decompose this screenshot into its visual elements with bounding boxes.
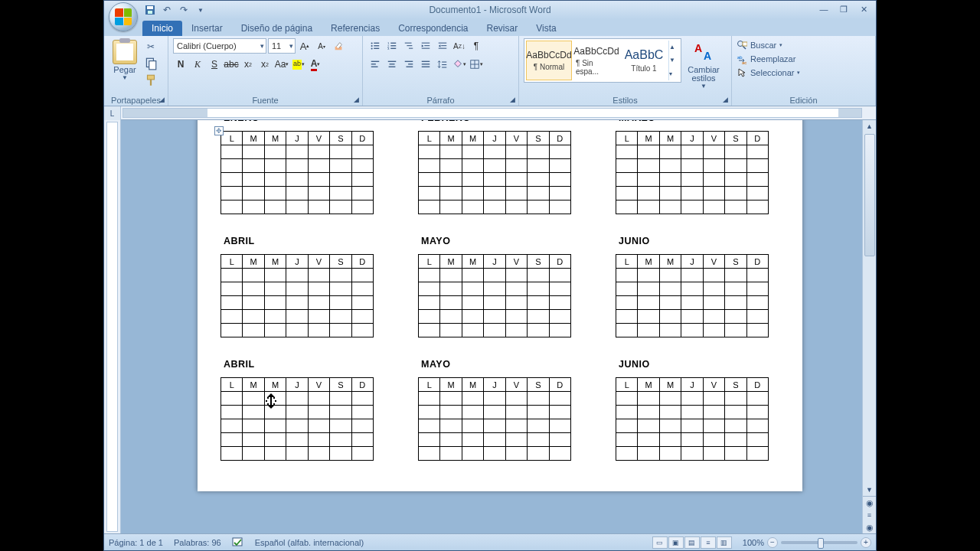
tab-inicio[interactable]: Inicio (142, 21, 182, 36)
calendar-cell[interactable] (462, 310, 483, 324)
calendar-cell[interactable] (221, 419, 243, 433)
calendar-cell[interactable] (264, 324, 286, 337)
calendar-cell[interactable] (308, 145, 329, 159)
calendar-cell[interactable] (462, 187, 483, 201)
bold-button[interactable]: N (173, 57, 188, 72)
prev-page-icon[interactable]: ◉ (863, 497, 876, 509)
calendar-cell[interactable] (746, 296, 768, 310)
calendar-cell[interactable] (616, 324, 638, 337)
calendar-cell[interactable] (484, 269, 505, 282)
calendar-cell[interactable] (419, 159, 440, 173)
calendar-cell[interactable] (330, 324, 351, 337)
calendar-cell[interactable] (264, 269, 286, 282)
calendar-cell[interactable] (681, 187, 703, 201)
close-button[interactable]: ✕ (856, 4, 871, 15)
tab-insertar[interactable]: Insertar (182, 21, 232, 36)
calendar-cell[interactable] (462, 324, 483, 337)
calendar-cell[interactable] (616, 433, 638, 447)
vertical-scrollbar[interactable]: ▲ ▼ ◉ ≡ ◉ (862, 120, 876, 533)
calendar-cell[interactable] (703, 392, 724, 406)
calendar-cell[interactable] (419, 406, 440, 419)
line-spacing-icon[interactable] (435, 57, 450, 72)
calendar-cell[interactable] (440, 269, 462, 282)
calendar-cell[interactable] (505, 433, 527, 447)
tab-revisar[interactable]: Revisar (478, 21, 528, 36)
calendar-cell[interactable] (549, 406, 570, 419)
calendar-table[interactable]: LMMJVSD (418, 377, 571, 461)
multilevel-icon[interactable] (401, 38, 416, 54)
calendar-cell[interactable] (549, 433, 570, 447)
calendar-cell[interactable] (221, 324, 243, 337)
calendar-cell[interactable] (440, 392, 462, 406)
calendar-cell[interactable] (703, 406, 724, 419)
calendar-cell[interactable] (308, 324, 329, 337)
calendar-cell[interactable] (351, 187, 373, 201)
full-screen-view[interactable]: ▣ (668, 536, 684, 549)
calendar-cell[interactable] (681, 296, 703, 310)
calendar-cell[interactable] (308, 419, 329, 433)
calendar-cell[interactable] (746, 159, 768, 173)
calendar-cell[interactable] (308, 269, 329, 282)
calendar-cell[interactable] (440, 187, 462, 201)
decrease-indent-icon[interactable] (418, 38, 433, 54)
calendar-cell[interactable] (549, 173, 570, 187)
calendar-cell[interactable] (528, 145, 549, 159)
calendar-cell[interactable] (264, 419, 286, 433)
calendar-cell[interactable] (659, 269, 681, 282)
paragraph-launcher[interactable]: ◢ (508, 95, 517, 104)
calendar-cell[interactable] (746, 187, 768, 201)
calendar-cell[interactable] (528, 406, 549, 419)
calendar-cell[interactable] (286, 296, 308, 310)
subscript-button[interactable]: x2 (240, 57, 256, 72)
next-page-icon[interactable]: ◉ (863, 521, 876, 533)
align-right-icon[interactable] (401, 57, 416, 72)
calendar-cell[interactable] (243, 269, 264, 282)
calendar-cell[interactable] (549, 419, 570, 433)
calendar-cell[interactable] (725, 159, 746, 173)
calendar-cell[interactable] (221, 173, 243, 187)
calendar-cell[interactable] (616, 159, 638, 173)
calendar-cell[interactable] (638, 282, 659, 296)
calendar-cell[interactable] (462, 282, 483, 296)
calendar-cell[interactable] (243, 406, 264, 419)
calendar-cell[interactable] (462, 269, 483, 282)
calendar-cell[interactable] (419, 324, 440, 337)
calendar-cell[interactable] (330, 419, 351, 433)
calendar-cell[interactable] (681, 324, 703, 337)
calendar-cell[interactable] (505, 173, 527, 187)
calendar-cell[interactable] (330, 392, 351, 406)
calendar-cell[interactable] (616, 406, 638, 419)
tab-selector[interactable]: L (104, 106, 121, 120)
calendar-cell[interactable] (308, 173, 329, 187)
calendar-cell[interactable] (659, 296, 681, 310)
calendar-cell[interactable] (528, 187, 549, 201)
borders-icon[interactable]: ▾ (469, 57, 484, 72)
calendar-cell[interactable] (264, 159, 286, 173)
calendar-cell[interactable] (549, 187, 570, 201)
calendar-cell[interactable] (505, 324, 527, 337)
calendar-cell[interactable] (638, 159, 659, 173)
calendar-table[interactable]: LMMJVSD (616, 131, 769, 214)
tab-correspondencia[interactable]: Correspondencia (389, 21, 477, 36)
select-button[interactable]: Seleccionar▾ (737, 67, 871, 78)
style-no-spacing[interactable]: AaBbCcDd ¶ Sin espa... (573, 41, 619, 80)
calendar-cell[interactable] (462, 406, 483, 419)
calendar-cell[interactable] (681, 173, 703, 187)
calendar-cell[interactable] (681, 433, 703, 447)
calendar-table[interactable]: LMMJVSD (418, 131, 571, 214)
calendar-cell[interactable] (659, 447, 681, 461)
calendar-cell[interactable] (638, 201, 659, 214)
calendar-cell[interactable] (286, 447, 308, 461)
calendar-cell[interactable] (484, 296, 505, 310)
calendar-cell[interactable] (462, 296, 483, 310)
calendar-cell[interactable] (638, 296, 659, 310)
calendar-cell[interactable] (528, 201, 549, 214)
calendar-cell[interactable] (746, 145, 768, 159)
proofing-icon[interactable] (232, 536, 244, 549)
gallery-more-icon[interactable]: ▾ (669, 70, 679, 77)
qat-dropdown-icon[interactable]: ▼ (194, 4, 207, 16)
align-center-icon[interactable] (384, 57, 400, 72)
calendar-cell[interactable] (659, 406, 681, 419)
print-layout-view[interactable]: ▭ (652, 536, 668, 549)
sort-icon[interactable]: AZ↓ (452, 38, 467, 54)
